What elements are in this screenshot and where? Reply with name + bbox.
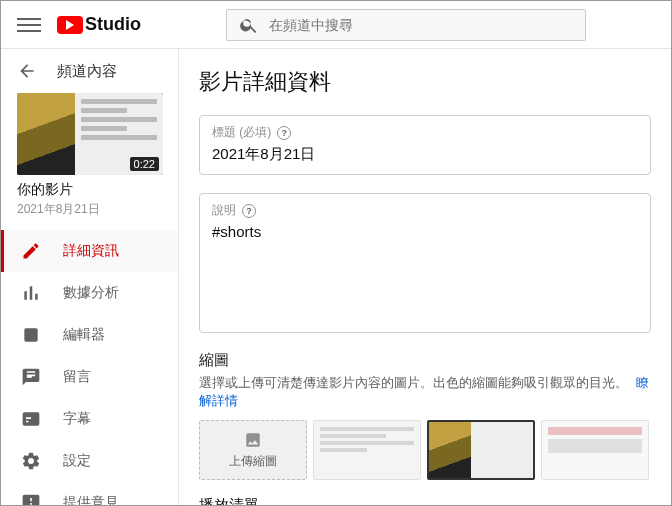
thumbnail-option-3[interactable] bbox=[541, 420, 649, 480]
playlist-heading: 播放清單 bbox=[199, 496, 651, 505]
back-row[interactable]: 頻道內容 bbox=[1, 49, 178, 85]
nav-label: 字幕 bbox=[63, 410, 91, 428]
thumbnail-option-2[interactable] bbox=[427, 420, 535, 480]
comments-icon bbox=[21, 367, 41, 387]
thumbnail-picker: 上傳縮圖 bbox=[199, 420, 651, 480]
nav-label: 編輯器 bbox=[63, 326, 105, 344]
nav-label: 設定 bbox=[63, 452, 91, 470]
nav-label: 數據分析 bbox=[63, 284, 119, 302]
description-field[interactable]: 說明 ? #shorts bbox=[199, 193, 651, 333]
subtitles-icon bbox=[21, 409, 41, 429]
nav-label: 提供意見 bbox=[63, 494, 119, 505]
back-label: 頻道內容 bbox=[57, 62, 117, 81]
video-date: 2021年8月21日 bbox=[17, 201, 162, 218]
back-arrow-icon bbox=[17, 61, 37, 81]
analytics-icon bbox=[21, 283, 41, 303]
page-title: 影片詳細資料 bbox=[199, 67, 651, 97]
upload-thumbnail-button[interactable]: 上傳縮圖 bbox=[199, 420, 307, 480]
title-value: 2021年8月21日 bbox=[212, 145, 638, 164]
image-add-icon bbox=[242, 431, 264, 449]
editor-icon bbox=[21, 325, 41, 345]
pencil-icon bbox=[21, 241, 41, 261]
search-icon bbox=[239, 15, 259, 35]
desc-label: 說明 bbox=[212, 202, 236, 219]
duration-badge: 0:22 bbox=[130, 157, 159, 171]
nav-label: 詳細資訊 bbox=[63, 242, 119, 260]
sidebar: 頻道內容 0:22 你的影片 2021年8月21日 詳細資訊 bbox=[1, 49, 179, 505]
desc-value: #shorts bbox=[212, 223, 638, 240]
thumbnail-sub: 選擇或上傳可清楚傳達影片內容的圖片。出色的縮圖能夠吸引觀眾的目光。 瞭解詳情 bbox=[199, 374, 651, 410]
youtube-icon bbox=[57, 16, 83, 34]
upload-label: 上傳縮圖 bbox=[229, 453, 277, 470]
nav-label: 留言 bbox=[63, 368, 91, 386]
nav-analytics[interactable]: 數據分析 bbox=[1, 272, 178, 314]
nav-subtitles[interactable]: 字幕 bbox=[1, 398, 178, 440]
feedback-icon bbox=[21, 493, 41, 505]
nav-details[interactable]: 詳細資訊 bbox=[1, 230, 178, 272]
title-field[interactable]: 標題 (必填) ? 2021年8月21日 bbox=[199, 115, 651, 175]
help-icon[interactable]: ? bbox=[277, 126, 291, 140]
thumbnail-heading: 縮圖 bbox=[199, 351, 651, 370]
search-box[interactable] bbox=[226, 9, 586, 41]
thumbnail-option-1[interactable] bbox=[313, 420, 421, 480]
video-thumbnail[interactable]: 0:22 bbox=[17, 93, 163, 175]
video-title: 你的影片 bbox=[17, 181, 162, 199]
main-content: 影片詳細資料 標題 (必填) ? 2021年8月21日 說明 ? #shorts… bbox=[179, 49, 671, 505]
nav-list: 詳細資訊 數據分析 編輯器 留言 字幕 bbox=[1, 226, 178, 505]
menu-icon[interactable] bbox=[17, 13, 41, 37]
nav-settings[interactable]: 設定 bbox=[1, 440, 178, 482]
nav-comments[interactable]: 留言 bbox=[1, 356, 178, 398]
gear-icon bbox=[21, 451, 41, 471]
nav-editor[interactable]: 編輯器 bbox=[1, 314, 178, 356]
studio-logo[interactable]: Studio bbox=[57, 14, 141, 35]
title-label: 標題 (必填) bbox=[212, 124, 271, 141]
help-icon[interactable]: ? bbox=[242, 204, 256, 218]
search-input[interactable] bbox=[269, 17, 573, 33]
nav-feedback[interactable]: 提供意見 bbox=[1, 482, 178, 505]
brand-text: Studio bbox=[85, 14, 141, 35]
header: Studio bbox=[1, 1, 671, 49]
